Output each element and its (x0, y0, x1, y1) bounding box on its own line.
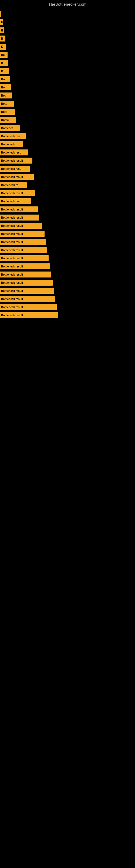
bar-row: Bottleneck result (0, 295, 135, 303)
bar-label: Bot (1, 94, 6, 97)
bar-item: Bottleneck result (0, 223, 42, 229)
bar-row: Bottleneck resu (0, 197, 135, 205)
bar-item: E (0, 44, 6, 50)
bar-row: Bottl (0, 100, 135, 107)
bar-row: Bottleneck result (0, 254, 135, 262)
bar-label: E (1, 45, 3, 48)
bar-item: Bottleneck result (0, 288, 54, 294)
site-title: TheBottlenecker.com (0, 0, 135, 8)
bar-item: Bottl (0, 109, 15, 115)
bar-label: Bo (1, 78, 5, 81)
bar-label: Bottleneck result (1, 306, 23, 309)
bar-row: Bottleneck result (0, 206, 135, 213)
bar-item: B (0, 60, 8, 66)
bar-label: Bottleneck result (1, 281, 23, 284)
bar-item: Bottleneck result (0, 207, 38, 212)
bar-label: Bottleneck result (1, 176, 23, 179)
bar-label: Bottleneck result (1, 273, 23, 276)
bar-item: Bottleneck result (0, 247, 47, 253)
bar-row: Bottleneck result (0, 189, 135, 197)
bar-item: E (0, 27, 4, 33)
bar-item: Bottleneck result (0, 158, 32, 163)
bar-label: Bottleneck result (1, 289, 23, 292)
bar-row: Bottleneck result (0, 157, 135, 164)
bar-label: Bottleneck result (1, 216, 23, 219)
bar-item: Bottleneck result (0, 231, 45, 237)
bar-row: Bottlenec (0, 124, 135, 132)
bar-label: Bottleneck result (1, 314, 23, 317)
bar-item: Bottleneck result (0, 296, 55, 302)
bar-label: Bottl (1, 102, 7, 105)
bar-row: B (0, 35, 135, 42)
bar-row: Bottleneck result (0, 279, 135, 286)
bar-row: Bottleneck result (0, 271, 135, 278)
bar-item: Bottleneck result (0, 312, 58, 318)
bar-row: Bottle (0, 116, 135, 124)
bar-label: B (1, 70, 3, 73)
bar-label: Bottleneck res (1, 135, 20, 138)
bar-label: Bottle (1, 119, 9, 122)
bar-label: Bottleneck result (1, 249, 23, 252)
bar-item: B (0, 35, 5, 41)
bar-row: F (0, 19, 135, 26)
bar-label: Bo (1, 86, 5, 89)
bar-item: Bottleneck result (0, 190, 35, 196)
bar-item: Bo (0, 84, 11, 90)
bar-item: Bo (0, 52, 8, 58)
bar-label: Bottleneck result (1, 159, 23, 162)
bar-item: Bottleneck res (0, 133, 26, 139)
bar-label: Bottleneck result (1, 192, 23, 195)
bar-label: Bottleneck result (1, 257, 23, 260)
bar-label: Bottlenec (1, 127, 13, 130)
bar-row: Bottleneck (0, 141, 135, 148)
bar-label: Bottleneck resu (1, 167, 21, 170)
bar-label: Bottleneck (1, 143, 15, 146)
bar-row: Bottleneck result (0, 303, 135, 311)
bar-label: B (1, 37, 3, 40)
bar-item: Bo (0, 76, 10, 82)
bar-row: Bottleneck resu (0, 149, 135, 156)
bar-row: Bottleneck res (0, 132, 135, 140)
bar-item: Bottleneck result (0, 255, 49, 261)
bar-label: Bottleneck resu (1, 200, 21, 203)
bar-row: Bottleneck result (0, 222, 135, 229)
bar-item: Bottle (0, 117, 16, 123)
bar-item: Bottleneck result (0, 272, 51, 278)
bar-item: B (0, 68, 9, 74)
bar-label: Bottleneck result (1, 208, 23, 211)
bar-row: Bo (0, 84, 135, 91)
bar-row: Bottl (0, 108, 135, 116)
bar-item: Bottleneck result (0, 239, 46, 245)
bar-row: Bottleneck result (0, 238, 135, 246)
bar-row: Bottleneck result (0, 214, 135, 221)
bar-label: Bottleneck result (1, 241, 23, 244)
bar-row: Bottleneck result (0, 287, 135, 294)
bar-row: B (0, 59, 135, 67)
bar-item: F (0, 19, 3, 25)
bar-row: Bot (0, 92, 135, 99)
bar-label: Bottl (1, 111, 7, 113)
bar-item: Bottleneck (0, 141, 23, 147)
bars-container: FEBEBoBBBoBoBotBottlBottlBottleBottlenec… (0, 8, 135, 319)
bar-row: Bottleneck result (0, 173, 135, 181)
bar-row: Bottleneck result (0, 262, 135, 270)
bar-item: Bot (0, 93, 12, 98)
bar-label: B (1, 62, 3, 65)
bar-label: F (1, 21, 3, 24)
bar-item: Bottleneck resu (0, 166, 30, 172)
bar-row: B (0, 67, 135, 75)
bar-row: Bottleneck result (0, 246, 135, 254)
bar-label: Bottleneck result (1, 224, 23, 227)
bar-label: Bottleneck re (1, 184, 18, 187)
bar-row: Bo (0, 75, 135, 83)
bar-row: Bottleneck resu (0, 165, 135, 173)
bar-row: Bottleneck re (0, 181, 135, 189)
bar-item: Bottleneck result (0, 304, 57, 310)
bar-item: Bottleneck result (0, 215, 39, 220)
bar-label: Bottleneck result (1, 265, 23, 268)
bar-item: Bottl (0, 101, 14, 106)
bar-row: Bo (0, 51, 135, 59)
bar-item (0, 11, 1, 17)
bar-label: Bottleneck resu (1, 151, 21, 154)
bar-item: Bottleneck result (0, 174, 34, 180)
